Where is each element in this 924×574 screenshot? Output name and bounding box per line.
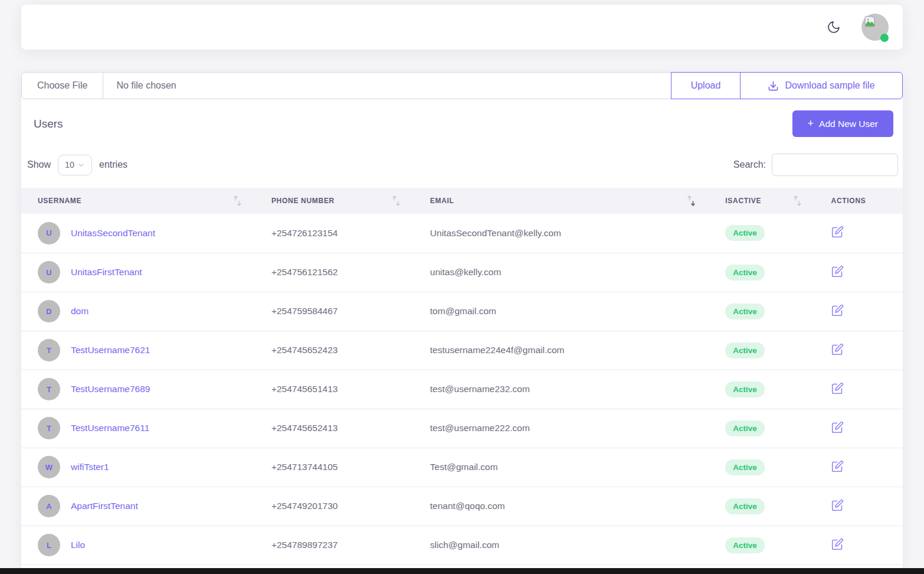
avatar: T	[38, 417, 60, 439]
chevron-down-icon	[77, 161, 85, 169]
edit-icon	[831, 265, 844, 278]
col-header-phone[interactable]: PHONE NUMBER	[255, 188, 414, 214]
phone-cell: +254726123154	[255, 214, 414, 253]
download-button-label: Download sample file	[785, 80, 874, 91]
file-chosen-text: No file chosen	[103, 80, 189, 91]
edit-user-button[interactable]	[831, 226, 844, 238]
page-size-value: 10	[65, 160, 74, 169]
phone-cell: +254745651413	[255, 370, 414, 409]
upload-button-label: Upload	[691, 80, 721, 91]
upload-button[interactable]: Upload	[671, 72, 740, 99]
table-row: T TestUsername7611 +254745652413 test@us…	[21, 409, 903, 448]
username-link[interactable]: UnitasFirstTenant	[71, 267, 142, 278]
show-entries-group: Show 10 entries	[27, 155, 127, 175]
username-link[interactable]: dom	[71, 306, 89, 317]
email-cell: Test@gmail.com	[414, 448, 709, 487]
edit-user-button[interactable]	[831, 499, 844, 511]
avatar: L	[38, 534, 60, 556]
page-size-select[interactable]: 10	[58, 155, 92, 175]
status-badge: Active	[725, 381, 765, 397]
search-group: Search:	[733, 154, 898, 176]
add-new-user-label: Add New User	[819, 119, 878, 129]
phone-cell: +254759584467	[255, 292, 414, 331]
plus-icon: +	[808, 118, 814, 130]
phone-cell: +254789897237	[255, 526, 414, 565]
status-badge: Active	[725, 343, 765, 358]
file-input[interactable]: Choose File No file chosen	[21, 72, 671, 99]
table-controls: Show 10 entries Search:	[21, 144, 903, 188]
col-header-isactive[interactable]: ISACTIVE	[709, 188, 814, 214]
avatar: A	[38, 495, 60, 517]
online-status-dot	[880, 34, 889, 42]
search-input[interactable]	[772, 154, 898, 176]
users-table: USERNAME PHONE NUMBER	[21, 188, 903, 565]
edit-user-button[interactable]	[831, 382, 844, 394]
user-cell: T TestUsername7621	[38, 339, 255, 361]
page: Choose File No file chosen Upload Downlo…	[0, 0, 924, 569]
table-row: T TestUsername7689 +254745651413 test@us…	[21, 370, 903, 409]
avatar: T	[38, 378, 60, 400]
email-cell: tenant@qoqo.com	[414, 487, 709, 526]
user-avatar[interactable]	[861, 14, 889, 41]
download-sample-button[interactable]: Download sample file	[740, 72, 903, 99]
page-title: Users	[34, 118, 63, 131]
username-link[interactable]: wifiTster1	[71, 462, 109, 472]
edit-user-button[interactable]	[831, 460, 844, 472]
edit-icon	[831, 226, 844, 238]
table-row: A ApartFirstTenant +254749201730 tenant@…	[21, 487, 903, 526]
bottom-dark-bar	[0, 568, 924, 574]
status-badge: Active	[725, 304, 765, 319]
username-link[interactable]: UnitasSecondTenant	[71, 228, 155, 239]
user-cell: T TestUsername7611	[38, 417, 255, 439]
add-new-user-button[interactable]: + Add New User	[792, 110, 893, 137]
status-badge: Active	[725, 498, 765, 514]
user-cell: W wifiTster1	[38, 456, 255, 478]
edit-user-button[interactable]	[831, 304, 844, 317]
dark-mode-toggle[interactable]	[826, 19, 841, 35]
username-link[interactable]: TestUsername7611	[71, 423, 149, 433]
edit-icon	[831, 538, 844, 550]
users-card: Choose File No file chosen Upload Downlo…	[21, 72, 903, 569]
user-cell: A ApartFirstTenant	[38, 495, 255, 517]
top-navbar	[21, 5, 903, 50]
table-header-row: USERNAME PHONE NUMBER	[21, 188, 903, 214]
moon-icon	[827, 20, 841, 34]
table-row: L Lilo +254789897237 slich@gmail.com Act…	[21, 526, 903, 565]
upload-row: Choose File No file chosen Upload Downlo…	[21, 72, 903, 99]
col-label: PHONE NUMBER	[271, 197, 335, 205]
col-header-username[interactable]: USERNAME	[21, 188, 255, 214]
user-cell: U UnitasSecondTenant	[38, 222, 255, 244]
email-cell: test@username232.com	[414, 370, 709, 409]
sort-icons-active-desc	[687, 195, 696, 207]
table-body: U UnitasSecondTenant +254726123154 Unita…	[21, 214, 903, 565]
user-cell: U UnitasFirstTenant	[38, 261, 255, 283]
user-cell: T TestUsername7689	[38, 378, 255, 400]
avatar: W	[38, 456, 60, 478]
edit-user-button[interactable]	[831, 538, 844, 550]
email-cell: UnitasSecondTenant@kelly.com	[414, 214, 709, 253]
edit-user-button[interactable]	[831, 343, 844, 356]
edit-icon	[831, 421, 844, 433]
username-link[interactable]: TestUsername7621	[71, 345, 150, 356]
user-cell: D dom	[38, 300, 255, 322]
username-link[interactable]: Lilo	[71, 540, 85, 550]
username-link[interactable]: ApartFirstTenant	[71, 501, 138, 511]
phone-cell: +254756121562	[255, 253, 414, 292]
email-cell: unitas@kelly.com	[414, 253, 709, 292]
broken-image-icon	[864, 16, 876, 28]
phone-cell: +254713744105	[255, 448, 414, 487]
edit-user-button[interactable]	[831, 421, 844, 433]
table-row: W wifiTster1 +254713744105 Test@gmail.co…	[21, 448, 903, 487]
edit-icon	[831, 499, 844, 511]
username-link[interactable]: TestUsername7689	[71, 384, 150, 394]
email-cell: testusername224e4f@gmail.com	[414, 331, 709, 370]
entries-label: entries	[99, 159, 127, 170]
table-row: U UnitasFirstTenant +254756121562 unitas…	[21, 253, 903, 292]
choose-file-button[interactable]: Choose File	[22, 73, 103, 99]
download-icon	[768, 80, 779, 92]
edit-icon	[831, 382, 844, 394]
col-header-email[interactable]: EMAIL	[414, 188, 709, 214]
edit-user-button[interactable]	[831, 265, 844, 278]
email-cell: tom@gmail.com	[414, 292, 709, 331]
phone-cell: +254749201730	[255, 487, 414, 526]
